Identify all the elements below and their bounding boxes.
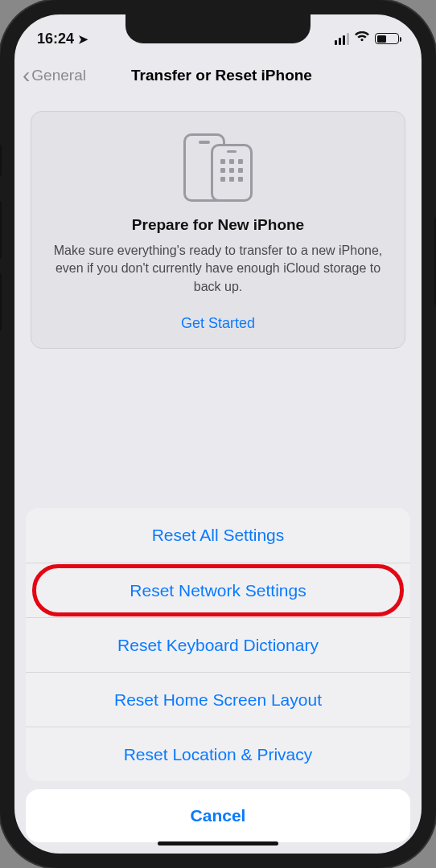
- option-label: Reset Network Settings: [130, 581, 306, 600]
- volume-up-button: [0, 201, 2, 259]
- reset-home-screen-layout-button[interactable]: Reset Home Screen Layout: [26, 672, 410, 727]
- volume-down-button: [0, 273, 2, 331]
- reset-options-group: Reset All Settings Reset Network Setting…: [26, 508, 410, 781]
- cancel-group: Cancel: [26, 789, 410, 842]
- time-label: 16:24: [37, 31, 74, 47]
- notch: [125, 14, 311, 43]
- screen: 16:24 ➤ ‹ General Transfer or Reset iPho…: [14, 14, 422, 854]
- reset-network-settings-button[interactable]: Reset Network Settings: [26, 563, 410, 617]
- status-time: 16:24 ➤: [37, 31, 88, 47]
- option-label: Reset Home Screen Layout: [114, 690, 322, 710]
- chevron-left-icon: ‹: [23, 64, 30, 87]
- cancel-label: Cancel: [191, 806, 246, 825]
- battery-icon: [375, 33, 399, 44]
- prepare-title: Prepare for New iPhone: [47, 216, 389, 234]
- phone-frame: 16:24 ➤ ‹ General Transfer or Reset iPho…: [0, 0, 436, 868]
- devices-illustration: [47, 129, 389, 202]
- prepare-card: Prepare for New iPhone Make sure everyth…: [31, 111, 405, 349]
- reset-keyboard-dictionary-button[interactable]: Reset Keyboard Dictionary: [26, 617, 410, 672]
- prepare-description: Make sure everything's ready to transfer…: [47, 242, 389, 296]
- action-sheet: Reset All Settings Reset Network Setting…: [14, 508, 422, 854]
- option-label: Reset All Settings: [152, 526, 285, 545]
- get-started-button[interactable]: Get Started: [47, 315, 389, 332]
- status-right: [335, 31, 399, 47]
- nav-bar: ‹ General Transfer or Reset iPhone: [14, 55, 422, 96]
- content-area: Prepare for New iPhone Make sure everyth…: [14, 96, 422, 363]
- wifi-icon: [354, 31, 370, 47]
- reset-all-settings-button[interactable]: Reset All Settings: [26, 508, 410, 563]
- location-icon: ➤: [78, 32, 88, 46]
- option-label: Reset Keyboard Dictionary: [117, 636, 319, 655]
- cellular-icon: [335, 33, 349, 45]
- mute-switch: [0, 145, 2, 177]
- home-indicator[interactable]: [158, 841, 278, 845]
- app-grid-icon: [220, 159, 243, 182]
- reset-location-privacy-button[interactable]: Reset Location & Privacy: [26, 727, 410, 781]
- page-title: Transfer or Reset iPhone: [30, 67, 413, 84]
- option-label: Reset Location & Privacy: [124, 745, 313, 764]
- cancel-button[interactable]: Cancel: [26, 789, 410, 842]
- new-iphone-icon: [211, 144, 253, 202]
